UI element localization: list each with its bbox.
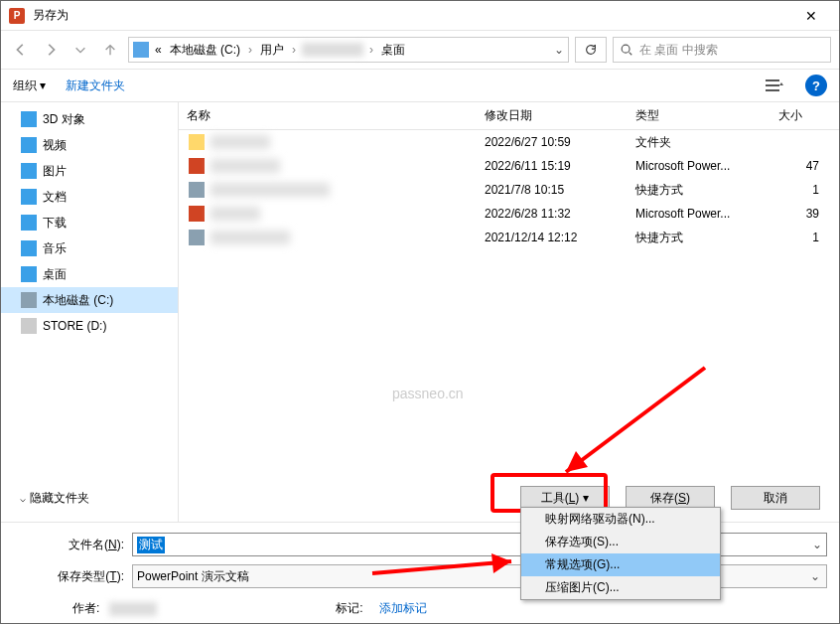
refresh-button[interactable] bbox=[575, 37, 607, 63]
file-date: 2021/12/14 12:12 bbox=[477, 231, 628, 244]
help-button[interactable]: ? bbox=[805, 75, 827, 96]
file-date: 2021/7/8 10:15 bbox=[477, 183, 628, 197]
sidebar-item-icon bbox=[21, 189, 37, 205]
file-list: 名称 修改日期 类型 大小 x2022/6/27 10:59文件夹x2022/6… bbox=[178, 102, 839, 522]
sidebar-item[interactable]: 视频 bbox=[1, 132, 178, 158]
organize-button[interactable]: 组织 ▾ bbox=[13, 78, 46, 94]
sidebar-item-icon bbox=[21, 111, 37, 127]
filename-input[interactable]: 测试 ⌄ bbox=[132, 533, 827, 556]
close-icon[interactable]: ✕ bbox=[791, 8, 831, 24]
nav-bar: « 本地磁盘 (C:) › 用户 › ████ › 桌面 ⌄ 在 桌面 中搜索 bbox=[1, 31, 839, 69]
breadcrumb-users[interactable]: 用户 bbox=[258, 42, 286, 59]
sidebar-item[interactable]: 音乐 bbox=[1, 235, 178, 261]
sidebar-item-label: 图片 bbox=[43, 163, 67, 180]
powerpoint-icon: P bbox=[9, 8, 25, 24]
new-folder-button[interactable]: 新建文件夹 bbox=[66, 78, 125, 94]
file-row[interactable]: x2022/6/27 10:59文件夹 bbox=[179, 130, 839, 154]
sidebar-item-label: 下载 bbox=[43, 215, 67, 232]
file-name-hidden: x bbox=[210, 183, 330, 197]
chevron-right-icon: › bbox=[290, 43, 298, 57]
command-bar: 组织 ▾ 新建文件夹 ? bbox=[1, 69, 839, 102]
svg-rect-3 bbox=[766, 89, 779, 91]
search-input[interactable]: 在 桌面 中搜索 bbox=[613, 37, 831, 63]
file-icon bbox=[189, 158, 205, 174]
hide-folders-toggle[interactable]: ⌵ 隐藏文件夹 bbox=[20, 490, 89, 507]
savetype-dropdown-icon[interactable]: ⌄ bbox=[810, 569, 820, 583]
column-headers[interactable]: 名称 修改日期 类型 大小 bbox=[179, 102, 839, 130]
file-type: 快捷方式 bbox=[628, 230, 770, 246]
file-size: 39 bbox=[770, 207, 839, 221]
savetype-label: 保存类型(T): bbox=[13, 568, 132, 585]
cancel-button[interactable]: 取消 bbox=[731, 486, 820, 510]
back-button[interactable] bbox=[9, 38, 33, 62]
sidebar-item-label: 桌面 bbox=[43, 266, 67, 283]
sidebar-item-icon bbox=[21, 266, 37, 282]
chevron-down-icon: ⌵ bbox=[20, 493, 26, 504]
sidebar-item[interactable]: 桌面 bbox=[1, 261, 178, 287]
window-title: 另存为 bbox=[33, 7, 791, 24]
savetype-value: PowerPoint 演示文稿 bbox=[137, 568, 249, 585]
file-row[interactable]: x2021/12/14 12:12快捷方式1 bbox=[179, 226, 839, 249]
dropdown-item[interactable]: 映射网络驱动器(N)... bbox=[521, 508, 720, 531]
file-row[interactable]: x2022/6/28 11:32Microsoft Power...39 bbox=[179, 202, 839, 226]
chevron-right-icon: › bbox=[246, 43, 254, 57]
dropdown-item[interactable]: 常规选项(G)... bbox=[521, 553, 720, 576]
breadcrumb-drive[interactable]: 本地磁盘 (C:) bbox=[168, 42, 242, 59]
file-icon bbox=[189, 134, 205, 150]
breadcrumb-overflow[interactable]: « bbox=[153, 43, 164, 57]
author-label: 作者: bbox=[72, 600, 99, 617]
sidebar-item[interactable]: 图片 bbox=[1, 158, 178, 184]
sidebar-item-label: 本地磁盘 (C:) bbox=[43, 292, 113, 309]
filename-label: 文件名(N): bbox=[13, 537, 132, 553]
caret-down-icon: ▾ bbox=[583, 491, 589, 505]
filename-value: 测试 bbox=[137, 537, 165, 553]
address-dropdown-icon[interactable]: ⌄ bbox=[554, 43, 564, 57]
folder-icon bbox=[133, 42, 149, 58]
column-type[interactable]: 类型 bbox=[628, 107, 770, 124]
sidebar-item[interactable]: 下载 bbox=[1, 210, 178, 235]
sidebar-item-icon bbox=[21, 163, 37, 179]
breadcrumb-desktop[interactable]: 桌面 bbox=[379, 42, 407, 59]
file-type: 快捷方式 bbox=[628, 182, 770, 199]
sidebar-item[interactable]: STORE (D:) bbox=[1, 313, 178, 339]
author-value-hidden[interactable] bbox=[109, 602, 157, 616]
sidebar-item[interactable]: 文档 bbox=[1, 184, 178, 210]
sidebar-item-label: 文档 bbox=[43, 189, 67, 206]
file-size: 1 bbox=[770, 231, 839, 244]
search-icon bbox=[620, 43, 633, 57]
tools-dropdown-menu: 映射网络驱动器(N)...保存选项(S)...常规选项(G)...压缩图片(C)… bbox=[520, 507, 721, 600]
file-date: 2022/6/28 11:32 bbox=[477, 207, 628, 221]
file-date: 2022/6/27 10:59 bbox=[477, 135, 628, 149]
forward-button[interactable] bbox=[39, 38, 63, 62]
file-size: 47 bbox=[770, 159, 839, 173]
file-name-hidden: x bbox=[210, 135, 270, 149]
file-row[interactable]: x2022/6/11 15:19Microsoft Power...47 bbox=[179, 154, 839, 178]
sidebar-item[interactable]: 本地磁盘 (C:) bbox=[1, 287, 178, 313]
column-date[interactable]: 修改日期 bbox=[477, 107, 628, 124]
savetype-combo[interactable]: PowerPoint 演示文稿 ⌄ bbox=[132, 564, 827, 588]
navigation-pane[interactable]: 3D 对象视频图片文档下载音乐桌面本地磁盘 (C:)STORE (D:) bbox=[1, 102, 178, 522]
address-bar[interactable]: « 本地磁盘 (C:) › 用户 › ████ › 桌面 ⌄ bbox=[128, 37, 569, 63]
sidebar-item-label: 音乐 bbox=[43, 240, 67, 257]
chevron-right-icon: › bbox=[367, 43, 375, 57]
dropdown-item[interactable]: 压缩图片(C)... bbox=[521, 576, 720, 599]
up-button[interactable] bbox=[98, 38, 122, 62]
file-name-hidden: x bbox=[210, 207, 260, 221]
file-size: 1 bbox=[770, 183, 839, 197]
svg-rect-1 bbox=[766, 79, 779, 81]
file-row[interactable]: x2021/7/8 10:15快捷方式1 bbox=[179, 178, 839, 202]
column-name[interactable]: 名称 bbox=[179, 107, 477, 124]
dropdown-item[interactable]: 保存选项(S)... bbox=[521, 531, 720, 553]
sidebar-item-icon bbox=[21, 292, 37, 308]
add-tag-link[interactable]: 添加标记 bbox=[379, 600, 427, 617]
sidebar-item[interactable]: 3D 对象 bbox=[1, 106, 178, 132]
file-type: 文件夹 bbox=[628, 134, 770, 151]
column-size[interactable]: 大小 bbox=[770, 107, 839, 124]
file-icon bbox=[189, 230, 205, 245]
sidebar-item-icon bbox=[21, 215, 37, 231]
view-options-button[interactable] bbox=[764, 75, 785, 96]
recent-button[interactable] bbox=[69, 38, 92, 62]
tag-label: 标记: bbox=[336, 600, 362, 617]
breadcrumb-user-hidden[interactable]: ████ bbox=[302, 43, 363, 57]
filename-dropdown-icon[interactable]: ⌄ bbox=[812, 538, 822, 551]
